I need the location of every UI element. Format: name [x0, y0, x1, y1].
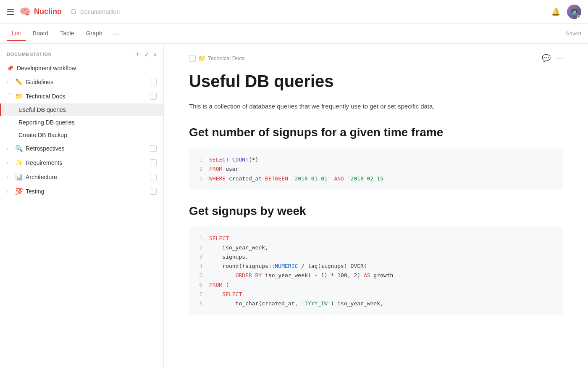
sidebar-child-label: Reporting DB queries [18, 119, 75, 126]
pin-icon: 📌 [7, 65, 13, 71]
content-actions: 💬 ⋯ [542, 54, 563, 63]
search-area[interactable]: Documentation [70, 8, 546, 15]
sidebar-add-button[interactable]: + [136, 50, 140, 58]
chevron-down-icon: › [8, 93, 13, 100]
sidebar-item-checkbox[interactable] [150, 159, 157, 166]
tab-board[interactable]: Board [28, 26, 53, 41]
app-name: Nuclino [34, 7, 62, 16]
sidebar-item-checkbox[interactable] [150, 174, 157, 180]
chevron-right-icon: › [7, 189, 13, 194]
doc-title: Useful DB queries [189, 71, 563, 91]
code-line: 2 FROM user [197, 164, 554, 174]
sidebar-item-technical-docs[interactable]: › 📁 Technical Docs [0, 89, 163, 103]
sidebar-item-icon: 📁 [15, 93, 23, 100]
sidebar-item-testing[interactable]: › 💯 Testing [0, 184, 163, 199]
main-layout: DOCUMENTATION + ⤢ « 📌 Development workfl… [0, 44, 588, 368]
sidebar-item-label: Architecture [26, 174, 150, 180]
sidebar-item-icon: 💯 [15, 188, 23, 195]
sidebar-item-label: Retrospectives [26, 145, 150, 152]
sidebar-item-icon: ✨ [15, 159, 23, 167]
sidebar-item-label: Testing [26, 188, 150, 195]
sidebar-item-create-backup[interactable]: Create DB Backup [0, 129, 163, 141]
sidebar-item-retrospectives[interactable]: › 🔍 Retrospectives [0, 141, 163, 156]
sidebar-item-checkbox[interactable] [150, 145, 157, 152]
breadcrumb-text: Technical Docs [208, 55, 244, 61]
code-line: 1 SELECT [197, 234, 554, 243]
sidebar-item-requirements[interactable]: › ✨ Requirements [0, 156, 163, 170]
code-line: 7 SELECT [197, 290, 554, 299]
active-indicator [0, 103, 1, 116]
code-line: 1 SELECT COUNT(*) [197, 155, 554, 164]
code-line: 6 FROM ( [197, 281, 554, 290]
top-nav-right: 🔔 👩‍💻 [551, 5, 581, 19]
sidebar-collapse-button[interactable]: « [153, 51, 157, 57]
chevron-right-icon: › [7, 80, 13, 85]
saved-status: Saved [566, 30, 581, 37]
code-line: 3 WHERE created_at BETWEEN '2018-01-01' … [197, 174, 554, 183]
more-options-icon[interactable]: ⋯ [556, 54, 563, 63]
sidebar-item-label: Technical Docs [26, 93, 150, 100]
sidebar-actions: + ⤢ « [136, 50, 157, 58]
sidebar-item-reporting-db[interactable]: Reporting DB queries [0, 116, 163, 129]
avatar[interactable]: 👩‍💻 [567, 5, 581, 19]
code-block-signups-by-week: 1 SELECT 2 iso_year_week, 3 signups, 4 r… [189, 227, 563, 315]
view-tabs-bar: List Board Table Graph ⋯ Saved [0, 24, 588, 44]
sidebar-item-label: Guidelines [26, 79, 150, 85]
content-area: 📁 Technical Docs 💬 ⋯ Useful DB queries T… [164, 44, 588, 368]
sidebar: DOCUMENTATION + ⤢ « 📌 Development workfl… [0, 44, 164, 368]
sidebar-item-useful-db[interactable]: Useful DB queries [0, 103, 163, 116]
tab-list[interactable]: List [7, 26, 26, 41]
code-line: 2 iso_year_week, [197, 243, 554, 252]
svg-point-0 [71, 9, 76, 14]
logo-icon: 🧠 [19, 6, 31, 17]
sidebar-item-icon: 📊 [15, 173, 23, 181]
comment-icon[interactable]: 💬 [542, 54, 551, 63]
sidebar-item-checkbox[interactable] [150, 93, 157, 100]
section-title-signups-by-week: Get signups by week [189, 204, 563, 219]
sidebar-item-architecture[interactable]: › 📊 Architecture [0, 170, 163, 184]
avatar-online-dot [577, 15, 581, 19]
content-checkbox[interactable] [189, 55, 196, 62]
sidebar-item-checkbox[interactable] [150, 188, 157, 195]
sidebar-header: DOCUMENTATION + ⤢ « [0, 44, 163, 61]
section-title-signups-timeframe: Get number of signups for a given time f… [189, 125, 563, 140]
chevron-right-icon: › [7, 175, 13, 180]
doc-description: This is a collection of database queries… [189, 101, 563, 111]
tab-table[interactable]: Table [55, 26, 79, 41]
sidebar-child-label: Create DB Backup [18, 132, 67, 138]
sidebar-child-label: Useful DB queries [18, 106, 66, 113]
sidebar-item-guidelines[interactable]: › ✏️ Guidelines [0, 75, 163, 89]
sidebar-item-icon: 🔍 [15, 145, 23, 152]
top-nav: 🧠 Nuclino Documentation 🔔 👩‍💻 [0, 0, 588, 24]
sidebar-expand-button[interactable]: ⤢ [144, 51, 149, 57]
search-placeholder[interactable]: Documentation [80, 8, 120, 15]
chevron-right-icon: › [7, 146, 13, 151]
chevron-right-icon: › [7, 161, 13, 165]
sidebar-item-icon: ✏️ [15, 78, 23, 86]
notification-bell-icon[interactable]: 🔔 [551, 7, 560, 16]
sidebar-item-checkbox[interactable] [150, 79, 157, 85]
code-block-signups-timeframe: 1 SELECT COUNT(*) 2 FROM user 3 WHERE cr… [189, 148, 563, 190]
breadcrumb-icon: 📁 [198, 55, 205, 62]
logo: 🧠 Nuclino [19, 6, 62, 17]
content-top-bar: 📁 Technical Docs 💬 ⋯ [189, 54, 563, 63]
tab-graph[interactable]: Graph [81, 26, 108, 41]
content-breadcrumb-area: 📁 Technical Docs [189, 55, 538, 62]
sidebar-item-label: Requirements [26, 159, 150, 166]
sidebar-item-dev-workflow[interactable]: 📌 Development workflow [0, 61, 163, 75]
hamburger-menu[interactable] [7, 9, 14, 15]
view-tabs-more-icon[interactable]: ⋯ [109, 26, 122, 41]
search-icon [70, 8, 77, 15]
code-line: 4 round((signups::NUMERIC / lag(signups)… [197, 262, 554, 271]
code-line: 8 to_char(created_at, 'IYYY_IW') iso_yea… [197, 299, 554, 308]
code-line: 5 ORDER BY iso_year_week) - 1) * 100, 2)… [197, 271, 554, 280]
sidebar-item-label: Development workflow [17, 65, 76, 71]
code-line: 3 signups, [197, 252, 554, 262]
sidebar-workspace-label: DOCUMENTATION [7, 52, 52, 57]
